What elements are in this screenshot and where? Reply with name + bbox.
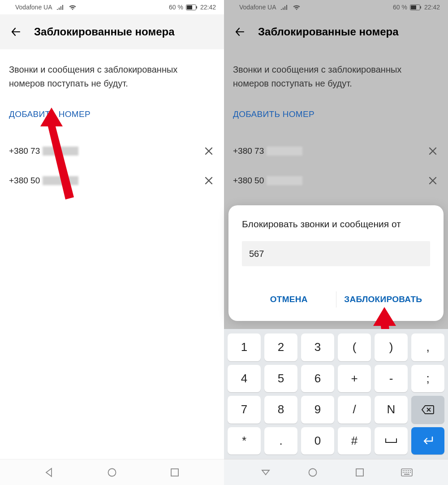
svg-rect-19: [405, 472, 405, 473]
block-button[interactable]: ЗАБЛОКИРОВАТЬ: [336, 287, 431, 312]
key-period[interactable]: .: [264, 427, 297, 455]
clock: 22:42: [424, 4, 440, 11]
add-number-link[interactable]: ДОБАВИТЬ НОМЕР: [9, 109, 215, 119]
phone-number-input[interactable]: [242, 241, 430, 266]
phone-screenshot-right: Vodafone UA 60 % 22:42 Заблокированные н…: [224, 0, 448, 485]
remove-number-button[interactable]: [426, 174, 439, 187]
key-plus[interactable]: +: [338, 365, 371, 393]
key-slash[interactable]: /: [338, 396, 371, 424]
nav-home-icon[interactable]: [103, 463, 121, 481]
dialog-title: Блокировать звонки и сообщения от: [242, 219, 430, 230]
page-title: Заблокированные номера: [258, 26, 399, 38]
back-button[interactable]: [233, 25, 247, 39]
enter-icon: [422, 436, 434, 446]
key-0[interactable]: 0: [301, 427, 334, 455]
key-hash[interactable]: #: [338, 427, 371, 455]
key-1[interactable]: 1: [228, 333, 261, 361]
nav-recent-icon[interactable]: [166, 463, 184, 481]
key-3[interactable]: 3: [301, 333, 334, 361]
svg-rect-5: [171, 469, 178, 476]
svg-rect-11: [356, 469, 363, 476]
key-space[interactable]: [375, 427, 408, 455]
key-4[interactable]: 4: [228, 365, 261, 393]
censored-number: [267, 176, 302, 185]
key-backspace[interactable]: [411, 396, 444, 424]
description-text: Звонки и сообщения с заблокированных ном…: [233, 63, 439, 91]
key-2[interactable]: 2: [264, 333, 297, 361]
key-6[interactable]: 6: [301, 365, 334, 393]
battery-percent: 60 %: [393, 4, 407, 11]
block-number-dialog: Блокировать звонки и сообщения от ОТМЕНА…: [228, 205, 444, 321]
svg-rect-20: [406, 472, 407, 473]
back-button[interactable]: [9, 25, 23, 39]
wifi-icon: [69, 4, 77, 10]
key-8[interactable]: 8: [264, 396, 297, 424]
svg-rect-21: [408, 472, 409, 473]
clock: 22:42: [200, 4, 216, 11]
battery-icon: [410, 4, 422, 10]
key-7[interactable]: 7: [228, 396, 261, 424]
key-5[interactable]: 5: [264, 365, 297, 393]
svg-point-10: [309, 468, 316, 476]
nav-recent-icon[interactable]: [351, 463, 369, 481]
carrier-label: Vodafone UA: [15, 4, 52, 11]
svg-rect-15: [406, 470, 407, 471]
cancel-button[interactable]: ОТМЕНА: [242, 287, 336, 312]
censored-number: [267, 147, 302, 156]
nav-home-icon[interactable]: [304, 463, 322, 481]
censored-number: [43, 147, 78, 156]
nav-keyboard-icon[interactable]: [398, 463, 416, 481]
nav-bar: [0, 459, 224, 485]
censored-number: [43, 176, 78, 185]
header: Заблокированные номера: [224, 14, 448, 49]
carrier-label: Vodafone UA: [239, 4, 276, 11]
svg-rect-22: [410, 472, 411, 473]
battery-percent: 60 %: [169, 4, 183, 11]
remove-number-button[interactable]: [202, 145, 215, 157]
header: Заблокированные номера: [0, 14, 224, 49]
svg-rect-2: [196, 6, 197, 9]
number-prefix: +380 73: [9, 146, 40, 156]
key-open-paren[interactable]: (: [338, 333, 371, 361]
key-minus[interactable]: -: [375, 365, 408, 393]
key-asterisk[interactable]: *: [228, 427, 261, 455]
add-number-link[interactable]: ДОБАВИТЬ НОМЕР: [233, 109, 439, 119]
svg-rect-14: [405, 470, 405, 471]
status-bar: Vodafone UA 60 % 22:42: [224, 0, 448, 14]
blocked-number-row: +380 50: [9, 166, 215, 195]
key-comma[interactable]: ,: [411, 333, 444, 361]
key-close-paren[interactable]: ): [375, 333, 408, 361]
phone-screenshot-left: Vodafone UA 60 % 22:42 Заблокированные н…: [0, 0, 224, 485]
remove-number-button[interactable]: [202, 174, 215, 187]
key-9[interactable]: 9: [301, 396, 334, 424]
svg-rect-8: [420, 6, 421, 9]
status-bar: Vodafone UA 60 % 22:42: [0, 0, 224, 14]
nav-bar: [224, 459, 448, 485]
number-prefix: +380 50: [233, 176, 264, 186]
number-prefix: +380 73: [233, 146, 264, 156]
svg-rect-16: [408, 470, 409, 471]
signal-icon: [281, 4, 288, 10]
blocked-number-row: +380 50: [233, 166, 439, 195]
nav-back-icon[interactable]: [40, 463, 58, 481]
numeric-keypad: 1 2 3 ( ) , 4 5 6 + - ; 7 8 9 / N * . 0 …: [224, 329, 448, 459]
key-enter[interactable]: [411, 427, 444, 455]
wifi-icon: [293, 4, 301, 10]
key-n[interactable]: N: [375, 396, 408, 424]
backspace-icon: [421, 405, 435, 415]
svg-rect-23: [404, 474, 409, 475]
svg-rect-17: [410, 470, 411, 471]
description-text: Звонки и сообщения с заблокированных ном…: [9, 63, 215, 91]
svg-rect-7: [411, 5, 416, 9]
number-prefix: +380 50: [9, 176, 40, 186]
signal-icon: [57, 4, 64, 10]
battery-icon: [186, 4, 198, 10]
nav-back-icon[interactable]: [257, 463, 275, 481]
blocked-number-row: +380 73: [9, 136, 215, 166]
page-title: Заблокированные номера: [34, 26, 175, 38]
svg-rect-13: [403, 470, 404, 471]
svg-rect-18: [403, 472, 404, 473]
remove-number-button[interactable]: [426, 145, 439, 157]
key-semicolon[interactable]: ;: [411, 365, 444, 393]
space-icon: [384, 437, 398, 444]
